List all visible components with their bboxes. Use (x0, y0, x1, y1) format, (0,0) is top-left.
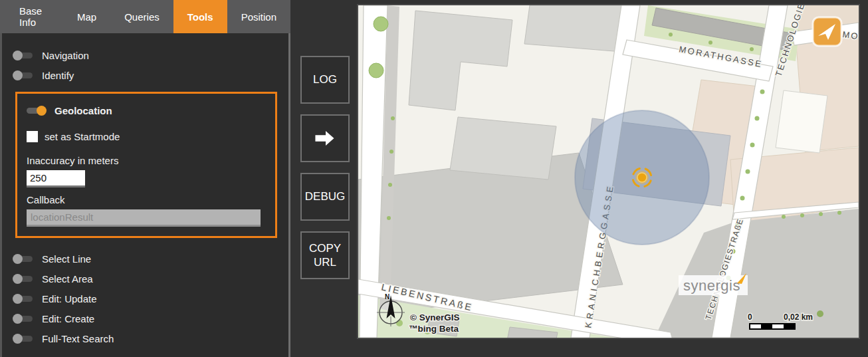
debug-button[interactable]: DEBUG (300, 173, 350, 221)
attribution-synergis: © SynerGIS (410, 312, 459, 322)
callback-label: Callback (27, 194, 267, 205)
geolocation-label: Geolocation (54, 105, 112, 116)
tab-position[interactable]: Position (227, 0, 290, 33)
mode-row-fulltext-search: Full-Text Search (14, 328, 288, 348)
select-area-toggle[interactable] (14, 276, 33, 282)
toggle-knob (13, 254, 23, 264)
toggle-knob (37, 106, 47, 116)
startmode-row: set as Startmode (27, 128, 267, 144)
inaccuracy-input[interactable] (27, 170, 85, 187)
scale-distance-label: 0,02 km (784, 312, 813, 322)
mode-list: Select Line Select Area Edit: Update Edi… (14, 249, 288, 348)
mode-row-select-line: Select Line (14, 249, 288, 269)
mode-label: Edit: Update (42, 293, 97, 304)
synergis-watermark-text: synergis (683, 277, 740, 294)
inaccuracy-label: Inaccuracy in meters (27, 155, 267, 166)
tab-queries[interactable]: Queries (110, 0, 173, 33)
navigation-toggle[interactable] (14, 53, 33, 59)
attribution-bing: ™bing Beta (409, 324, 459, 334)
fulltext-search-toggle[interactable] (14, 336, 33, 342)
tab-base-info[interactable]: Base Info (5, 0, 63, 33)
settings-panel: Base Info Map Queries Tools Position Nav… (0, 0, 290, 357)
geolocation-toggle[interactable] (27, 108, 45, 114)
mode-label: Select Line (42, 253, 91, 265)
toggle-knob (13, 314, 23, 324)
log-button[interactable]: LOG (300, 56, 350, 104)
edit-create-toggle[interactable] (14, 316, 33, 322)
select-line-toggle[interactable] (14, 256, 33, 262)
toggle-knob (13, 334, 23, 344)
tab-tools[interactable]: Tools (173, 0, 227, 33)
mode-row-navigation: Navigation (14, 45, 288, 65)
identify-toggle[interactable] (14, 72, 33, 78)
map-container[interactable]: MORATHGASSE MO TECHNOLOGIES TECHNOLOGIES… (357, 4, 860, 339)
tools-panel-body: Navigation Identify Geolocation set as S… (0, 33, 290, 357)
mode-label: Full-Text Search (42, 333, 114, 344)
toggle-knob (13, 70, 23, 80)
locate-button[interactable] (813, 17, 841, 46)
execute-button[interactable] (300, 114, 350, 162)
right-arrow-icon (313, 130, 337, 147)
synergis-watermark: synergis (679, 273, 748, 295)
mode-label: Edit: Create (42, 313, 94, 324)
callback-input[interactable] (27, 209, 261, 227)
mode-label: Identify (42, 70, 74, 81)
edit-update-toggle[interactable] (14, 296, 33, 302)
action-button-column: LOG DEBUG COPY URL (300, 56, 350, 279)
compass-north-label: N (385, 293, 389, 300)
geolocation-section: Geolocation set as Startmode Inaccuracy … (15, 92, 277, 238)
toggle-knob (13, 51, 23, 60)
tab-bar: Base Info Map Queries Tools Position (0, 0, 290, 33)
startmode-checkbox[interactable] (27, 131, 38, 142)
startmode-label: set as Startmode (45, 131, 120, 142)
mode-row-select-area: Select Area (14, 269, 288, 289)
map-canvas[interactable]: MORATHGASSE MO TECHNOLOGIES TECHNOLOGIES… (358, 5, 859, 338)
mode-row-geolocation: Geolocation (27, 100, 267, 120)
copy-url-button[interactable]: COPY URL (300, 231, 350, 279)
tab-map[interactable]: Map (63, 0, 110, 33)
mode-label: Navigation (42, 50, 89, 61)
mode-row-identify: Identify (14, 65, 288, 85)
scale-zero-label: 0 (748, 312, 752, 322)
toggle-knob (13, 294, 23, 304)
map-white-building (776, 90, 827, 153)
mode-row-edit-update: Edit: Update (14, 289, 288, 308)
toggle-knob (13, 274, 23, 284)
mode-label: Select Area (42, 273, 93, 285)
mode-row-edit-create: Edit: Create (14, 308, 288, 328)
